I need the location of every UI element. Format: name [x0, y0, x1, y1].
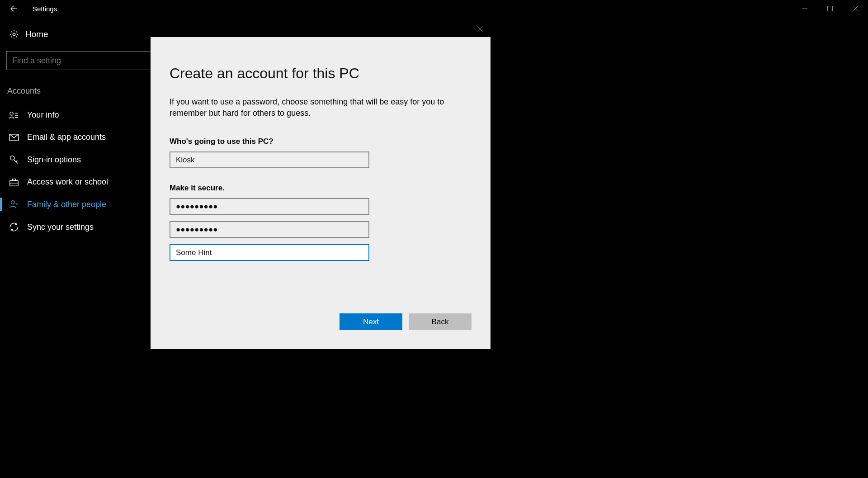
close-button[interactable]: [843, 0, 868, 17]
svg-point-6: [11, 201, 14, 204]
svg-point-2: [10, 112, 13, 115]
sidebar-item-label: Email & app accounts: [27, 133, 106, 142]
sidebar-item-family[interactable]: Family & other people: [6, 193, 163, 216]
sidebar-item-label: Sign-in options: [27, 155, 81, 165]
back-icon: [9, 5, 18, 13]
home-label: Home: [25, 29, 48, 39]
window-title: Settings: [33, 5, 57, 13]
sidebar-item-label: Access work or school: [27, 177, 108, 187]
dialog-close-button[interactable]: [469, 20, 491, 37]
maximize-button[interactable]: [817, 0, 843, 17]
dialog-description: If you want to use a password, choose so…: [170, 96, 468, 119]
sync-icon: [9, 222, 27, 232]
people-icon: [9, 199, 27, 209]
sidebar-section-header: Accounts: [6, 86, 163, 96]
maximize-icon: [827, 6, 833, 11]
titlebar: Settings: [0, 0, 868, 17]
sidebar-item-signin[interactable]: Sign-in options: [6, 148, 163, 171]
sidebar-item-label: Family & other people: [27, 200, 106, 209]
password-hint-input[interactable]: [170, 244, 369, 261]
sidebar-item-label: Your info: [27, 110, 59, 120]
mail-icon: [9, 134, 27, 141]
sidebar-item-sync[interactable]: Sync your settings: [6, 216, 163, 238]
dialog-footer: Next Back: [151, 313, 491, 349]
window-controls: [792, 0, 868, 17]
svg-point-1: [13, 33, 15, 36]
svg-rect-0: [828, 6, 833, 11]
sidebar-item-your-info[interactable]: Your info: [6, 104, 163, 126]
minimize-button[interactable]: [792, 0, 817, 17]
back-button[interactable]: Back: [409, 313, 472, 330]
sidebar: Home Accounts Your info Email & app acco…: [0, 25, 163, 238]
back-button[interactable]: [8, 3, 19, 14]
close-icon: [853, 6, 858, 11]
secure-section-label: Make it secure.: [170, 184, 472, 193]
search-input[interactable]: [6, 51, 158, 70]
password-input[interactable]: [170, 198, 369, 215]
sidebar-item-work-school[interactable]: Access work or school: [6, 171, 163, 193]
dialog-header: [151, 20, 491, 37]
close-icon: [477, 26, 482, 32]
minimize-icon: [802, 6, 807, 11]
briefcase-icon: [9, 178, 27, 187]
person-icon: [9, 111, 27, 120]
username-section-label: Who's going to use this PC?: [170, 137, 472, 146]
dialog-title: Create an account for this PC: [170, 65, 472, 82]
next-button[interactable]: Next: [340, 313, 402, 330]
gear-icon: [9, 29, 25, 39]
key-icon: [9, 155, 27, 165]
svg-point-4: [10, 156, 14, 160]
password-confirm-input[interactable]: [170, 221, 369, 238]
dialog-body: Create an account for this PC If you wan…: [151, 37, 491, 313]
sidebar-item-email[interactable]: Email & app accounts: [6, 126, 163, 148]
username-input[interactable]: [170, 151, 369, 168]
home-button[interactable]: Home: [6, 25, 163, 44]
create-account-dialog: Create an account for this PC If you wan…: [151, 20, 491, 349]
sidebar-item-label: Sync your settings: [27, 222, 94, 232]
